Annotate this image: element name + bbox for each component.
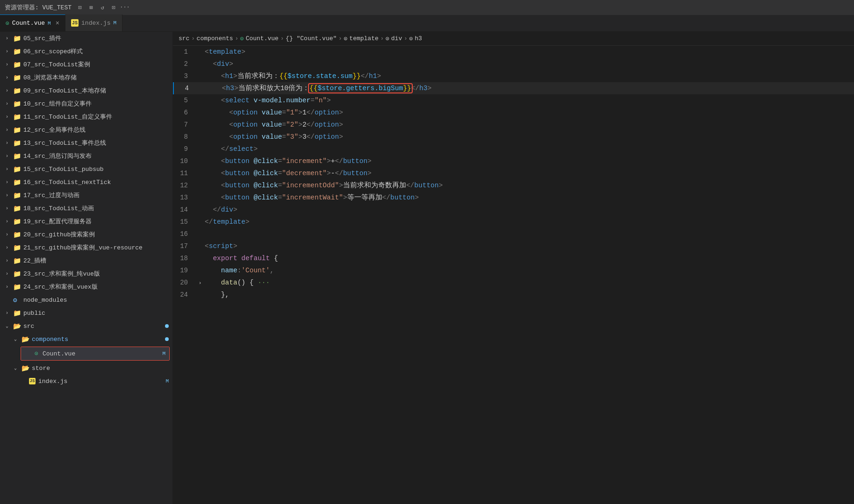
- collapse-icon[interactable]: ›: [195, 277, 205, 289]
- sidebar-item-13[interactable]: › 📁 13_src_TodoList_事件总线: [0, 136, 172, 149]
- js-file-icon: JS: [28, 377, 36, 385]
- line-number: 10: [173, 155, 195, 167]
- code-line-11: 11 <button @click="decrement">-</button>: [173, 167, 854, 179]
- line-number: 17: [173, 240, 195, 252]
- sidebar-item-23[interactable]: › 📁 23_src_求和案例_纯vue版: [0, 267, 172, 280]
- code-line-17: 17 <script>: [173, 240, 854, 252]
- line-number: 11: [173, 167, 195, 179]
- sidebar-item-components[interactable]: ⌄ 📂 components: [0, 333, 172, 346]
- sidebar-item-19[interactable]: › 📁 19_src_配置代理服务器: [0, 215, 172, 228]
- arrow-icon: ›: [6, 180, 13, 185]
- folder-icon: 📁: [13, 61, 22, 69]
- sidebar-item-12[interactable]: › 📁 12_src_全局事件总线: [0, 123, 172, 136]
- arrow-icon: ›: [6, 75, 13, 80]
- sidebar-item-label: 16_src_TodoList_nextTick: [23, 179, 172, 186]
- folder-icon: 📁: [13, 178, 22, 186]
- code-line-15: 15 </template>: [173, 216, 854, 228]
- code-line-16: 16: [173, 228, 854, 240]
- folder-icon: 📁: [13, 283, 22, 291]
- new-file-icon[interactable]: ⊡: [76, 4, 84, 11]
- tab-count-vue-modified: M: [48, 21, 51, 26]
- sidebar-item-21[interactable]: › 📁 21_src_github搜索案例_vue-resource: [0, 241, 172, 254]
- line-number: 18: [173, 252, 195, 264]
- sidebar-item-label: 23_src_求和案例_纯vue版: [23, 270, 172, 278]
- code-content: data() { ···: [205, 277, 854, 289]
- arrow-icon: ›: [6, 141, 13, 146]
- modified-dot: [165, 324, 169, 328]
- line-number: 14: [173, 204, 195, 216]
- breadcrumb-sep: ›: [280, 35, 284, 42]
- breadcrumb: src › components › ⊙ Count.vue › {} "Cou…: [173, 32, 854, 46]
- breadcrumb-h3-icon: ⊙: [409, 35, 413, 43]
- collapse-icon[interactable]: ⊡: [110, 4, 117, 11]
- tab-count-vue-close[interactable]: ×: [56, 20, 59, 27]
- folder-icon: 📁: [13, 48, 22, 56]
- sidebar-item-06[interactable]: › 📁 06_src_scoped样式: [0, 45, 172, 58]
- sidebar-item-14[interactable]: › 📁 14_src_消息订阅与发布: [0, 149, 172, 163]
- arrow-icon: ›: [6, 114, 13, 120]
- sidebar-item-label: 24_src_求和案例_vuex版: [23, 283, 172, 291]
- refresh-icon[interactable]: ↺: [99, 4, 106, 11]
- code-content: <button @click="decrement">-</button>: [205, 167, 854, 179]
- sidebar-item-08[interactable]: › 📁 08_浏览器本地存储: [0, 71, 172, 84]
- breadcrumb-template-icon: ⊙: [344, 35, 348, 43]
- line-number: 1: [173, 46, 195, 58]
- sidebar-item-label: 22_插槽: [23, 256, 172, 265]
- code-container[interactable]: 1 <template> 2 <div> 3 <h1>当前求和为：{{$stor…: [173, 46, 854, 504]
- vue-icon: ⊙: [6, 20, 9, 27]
- sidebar-item-label: 05_src_插件: [23, 34, 172, 43]
- sidebar-item-public[interactable]: › 📁 public: [0, 306, 172, 319]
- sidebar-item-label: 13_src_TodoList_事件总线: [23, 139, 172, 147]
- line-number: 8: [173, 131, 195, 143]
- sidebar-item-18[interactable]: › 📁 18_src_TodoList_动画: [0, 202, 172, 215]
- code-line-10: 10 <button @click="increment">+</button>: [173, 155, 854, 167]
- folder-icon: 📁: [13, 244, 22, 252]
- sidebar-item-store[interactable]: ⌄ 📂 store: [0, 362, 172, 375]
- sidebar-item-20[interactable]: › 📁 20_src_github搜索案例: [0, 228, 172, 241]
- index-js-modified: M: [165, 378, 169, 384]
- folder-icon: 📁: [13, 87, 22, 95]
- code-line-13: 13 <button @click="incrementWait">等一等再加<…: [173, 192, 854, 204]
- sidebar-item-07[interactable]: › 📁 07_src_TodoList案例: [0, 58, 172, 71]
- breadcrumb-sep: ›: [404, 35, 407, 42]
- sidebar-item-count-vue[interactable]: › ⊙ Count.vue M: [21, 347, 169, 360]
- line-number: 6: [173, 106, 195, 119]
- tab-index-js-label: index.js: [81, 20, 110, 27]
- code-line-6: 6 <option value="1">1</option>: [173, 106, 854, 119]
- sidebar-item-label: 20_src_github搜索案例: [23, 230, 172, 239]
- code-line-12: 12 <button @click="incrementOdd">当前求和为奇数…: [173, 179, 854, 192]
- folder-icon: 📁: [13, 165, 22, 173]
- count-vue-label: Count.vue: [43, 350, 162, 357]
- sidebar-item-node-modules[interactable]: › ⚙ node_modules: [0, 293, 172, 306]
- code-content: <h1>当前求和为：{{$store.state.sum}}</h1>: [205, 70, 854, 82]
- code-content: <button @click="incrementOdd">当前求和为奇数再加<…: [205, 179, 854, 192]
- folder-icon: 📁: [13, 192, 22, 199]
- tab-count-vue[interactable]: ⊙ Count.vue M ×: [0, 14, 65, 31]
- folder-open-icon: 📂: [22, 335, 30, 343]
- arrow-icon: ›: [6, 167, 13, 172]
- new-folder-icon[interactable]: ⊞: [87, 4, 95, 11]
- arrow-icon: ›: [6, 128, 13, 133]
- folder-icon: 📁: [13, 309, 22, 317]
- sidebar-item-index-js[interactable]: › JS index.js M: [0, 375, 172, 388]
- code-content: <option value="2">2</option>: [205, 119, 854, 131]
- sidebar-item-09[interactable]: › 📁 09_src_TodoList_本地存储: [0, 84, 172, 97]
- sidebar-item-15[interactable]: › 📁 15_src_TodoList_pubsub: [0, 163, 172, 176]
- sidebar-item-11[interactable]: › 📁 11_src_TodoList_自定义事件: [0, 110, 172, 123]
- editor-area: src › components › ⊙ Count.vue › {} "Cou…: [173, 32, 854, 504]
- sidebar-item-10[interactable]: › 📁 10_src_组件自定义事件: [0, 97, 172, 110]
- folder-icon: 📁: [13, 74, 22, 82]
- tab-index-js[interactable]: JS index.js M: [65, 14, 122, 31]
- folder-icon: 📁: [13, 205, 22, 213]
- sidebar-item-16[interactable]: › 📁 16_src_TodoList_nextTick: [0, 176, 172, 189]
- folder-icon: 📁: [13, 113, 22, 121]
- more-icon[interactable]: ···: [121, 4, 129, 11]
- arrow-icon: ›: [6, 245, 13, 250]
- sidebar-item-22[interactable]: › 📁 22_插槽: [0, 254, 172, 267]
- sidebar-item-label: src: [23, 323, 165, 330]
- sidebar-item-src[interactable]: ⌄ 📂 src: [0, 319, 172, 333]
- sidebar-item-label: 21_src_github搜索案例_vue-resource: [23, 243, 172, 252]
- sidebar-item-24[interactable]: › 📁 24_src_求和案例_vuex版: [0, 280, 172, 293]
- sidebar-item-17[interactable]: › 📁 17_src_过度与动画: [0, 189, 172, 202]
- sidebar-item-05[interactable]: › 📁 05_src_插件: [0, 32, 172, 45]
